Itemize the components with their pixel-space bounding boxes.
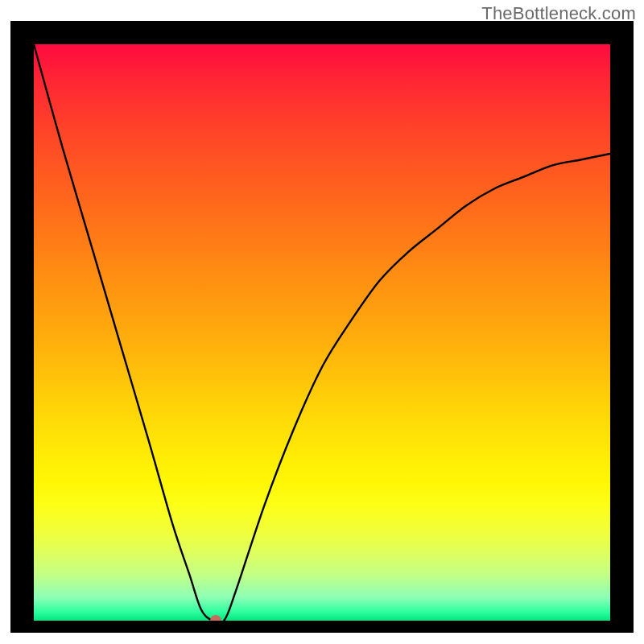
minimum-marker bbox=[210, 615, 221, 621]
curve-path bbox=[34, 44, 610, 621]
chart-frame: TheBottleneck.com bbox=[0, 0, 644, 644]
curve-svg bbox=[34, 44, 610, 621]
plot-area bbox=[34, 44, 610, 621]
